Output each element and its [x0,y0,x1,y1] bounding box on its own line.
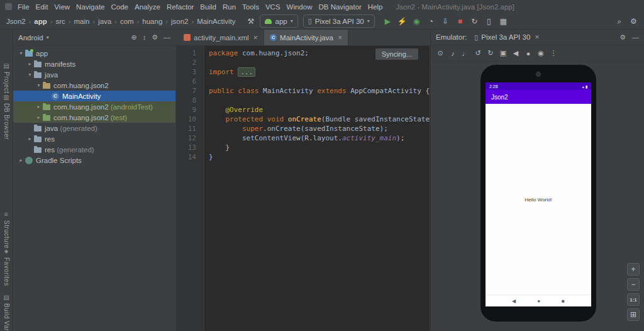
project-settings-gear-icon[interactable]: ⚙ [152,33,158,42]
screenshot-icon[interactable]: ▣ [497,47,509,60]
code-line-14[interactable]: 14} [176,152,430,162]
breadcrumb-item-mainactivity[interactable]: MainActivity [196,18,236,25]
breadcrumb-item-json2[interactable]: json2 [170,18,190,25]
close-icon[interactable]: ✕ [535,34,540,40]
zoom-out-button[interactable]: − [627,278,640,291]
emulator-device-tab[interactable]: ▯ Pixel 3a API 30 ✕ [474,33,540,42]
close-icon[interactable]: ✕ [253,35,258,41]
tree-item-java[interactable]: ▾java [13,69,175,80]
layout-inspector-button[interactable]: ▦ [497,14,510,28]
tree-item-com-huang-json2-test[interactable]: ▸com.huang.json2 (test) [13,112,175,123]
zoom-in-button[interactable]: + [627,263,640,276]
volume-up-icon[interactable]: ♪ [447,47,459,60]
folded-imports[interactable]: ... [238,67,255,77]
home-icon[interactable]: ● [522,47,535,60]
power-icon[interactable]: ⊙ [434,47,447,60]
tree-item-app[interactable]: ▾app [13,48,175,59]
zoom-reset-button[interactable]: 1:1 [627,293,640,306]
chevron-right-icon[interactable]: ▸ [17,157,25,163]
menu-file[interactable]: File [14,1,33,13]
zoom-fit-button[interactable]: ⊞ [627,308,640,321]
device-select[interactable]: ▯ Pixel 3a API 30 ▾ [303,14,375,28]
tree-item-res-generated[interactable]: res (generated) [13,144,175,155]
device-manager-button[interactable]: ▯ [482,14,496,28]
menu-code[interactable]: Code [108,1,131,13]
chevron-right-icon[interactable]: ▸ [26,61,34,67]
tree-item-res[interactable]: ▸res [13,133,175,144]
attach-debugger-button[interactable]: ⇩ [439,14,452,28]
debug-button[interactable]: ◉ [410,14,423,28]
tree-item-mainactivity[interactable]: CMainActivity [13,91,175,101]
breadcrumb-item-java[interactable]: java [97,18,113,25]
editor-tab-activity-main-xml[interactable]: activity_main.xml✕ [178,30,264,45]
tool-stripe-db-browser[interactable]: ▥DB Browser [0,94,13,140]
breadcrumb-item-app[interactable]: app [33,18,48,25]
hide-emulator-button[interactable]: ― [632,33,639,42]
stop-button[interactable]: ■ [453,14,467,28]
chevron-down-icon[interactable]: ▾ [17,50,25,56]
back-icon[interactable]: ◀ [509,47,522,60]
menu-view[interactable]: View [51,1,73,13]
tree-item-gradle-scripts[interactable]: ▸Gradle Scripts [13,155,175,166]
code-line-6[interactable]: 6 [176,77,430,86]
more-options-icon[interactable]: ⋮ [547,47,560,60]
settings-button[interactable]: ⚙ [627,14,640,28]
locate-file-button[interactable]: ⊕ [131,33,136,42]
rotate-left-icon[interactable]: ↺ [472,47,484,60]
rotate-right-icon[interactable]: ↻ [484,47,497,60]
chevron-right-icon[interactable]: ▸ [26,136,34,142]
nav-back-icon[interactable]: ◀ [512,298,516,304]
sync-project-button[interactable]: ↻ [468,14,481,28]
menu-tools[interactable]: Tools [239,1,262,13]
code-line-3[interactable]: 3import ... [176,67,430,77]
tree-item-manifests[interactable]: ▸manifests [13,59,175,69]
menu-analyze[interactable]: Analyze [131,1,164,13]
build-hammer-button[interactable]: ⚒ [244,14,257,28]
menu-build[interactable]: Build [197,1,219,13]
hide-panel-button[interactable]: ― [164,33,170,42]
tree-item-java-generated[interactable]: java (generated) [13,123,175,133]
code-line-8[interactable]: 8 [176,96,430,105]
nav-home-icon[interactable]: ● [537,298,540,304]
menu-help[interactable]: Help [365,1,386,13]
menu-navigate[interactable]: Navigate [73,1,108,13]
menu-edit[interactable]: Edit [33,1,52,13]
menu-refactor[interactable]: Refactor [164,1,197,13]
chevron-down-icon[interactable]: ▾ [35,82,43,88]
run-configuration-select[interactable]: app ▾ [260,14,297,28]
tool-stripe-project[interactable]: ▤Project [0,62,13,94]
menu-run[interactable]: Run [219,1,239,13]
close-icon[interactable]: ✕ [338,35,343,41]
emulator-settings-gear-icon[interactable]: ⚙ [619,33,626,42]
code-line-10[interactable]: 10 protected void onCreate(Bundle savedI… [176,115,430,124]
nav-overview-icon[interactable]: ■ [562,298,565,304]
code-line-13[interactable]: 13 } [176,143,430,152]
profile-button[interactable]: ◔ [425,14,438,28]
menu-window[interactable]: Window [284,1,316,13]
volume-down-icon[interactable]: ♩ [459,47,472,60]
menu-vcs[interactable]: VCS [262,1,284,13]
tool-stripe-build-variants[interactable]: ▤Build Variants [0,294,13,331]
tool-stripe-structure[interactable]: ≡Structure [0,211,13,249]
breadcrumb-item-src[interactable]: src [54,18,66,25]
code-area[interactable]: 1package com.huang.json2;23import ...67p… [176,46,430,331]
tool-stripe-favorites[interactable]: ★Favorites [0,248,13,286]
code-line-12[interactable]: 12 setContentView(R.layout.activity_main… [176,133,430,143]
breadcrumb-item-json2[interactable]: Json2 [5,18,27,25]
chevron-right-icon[interactable]: ▸ [35,104,43,109]
chevron-down-icon[interactable]: ▾ [26,72,34,77]
chevron-right-icon[interactable]: ▸ [35,115,43,120]
project-view-selector[interactable]: Android ▾ [18,34,49,42]
breadcrumb-item-main[interactable]: main [73,18,91,25]
apply-changes-button[interactable]: ⚡ [396,14,409,28]
tree-item-com-huang-json2-androidtest[interactable]: ▸com.huang.json2 (androidTest) [13,101,175,112]
code-line-7[interactable]: 7public class MainActivity extends AppCo… [176,86,430,96]
editor-tab-mainactivity-java[interactable]: CMainActivity.java✕ [264,30,348,45]
run-button[interactable]: ▶ [381,14,394,28]
phone-screen[interactable]: 2:28 ▴▮ Json2 Hello World! ◀●■ [486,82,591,306]
search-everywhere-button[interactable]: ⌕ [613,14,626,28]
menu-db-navigator[interactable]: DB Navigator [315,1,364,13]
code-line-9[interactable]: 9 @Override [176,105,430,115]
breadcrumb-item-com[interactable]: com [119,18,135,25]
collapse-all-button[interactable]: ↕ [143,33,147,42]
